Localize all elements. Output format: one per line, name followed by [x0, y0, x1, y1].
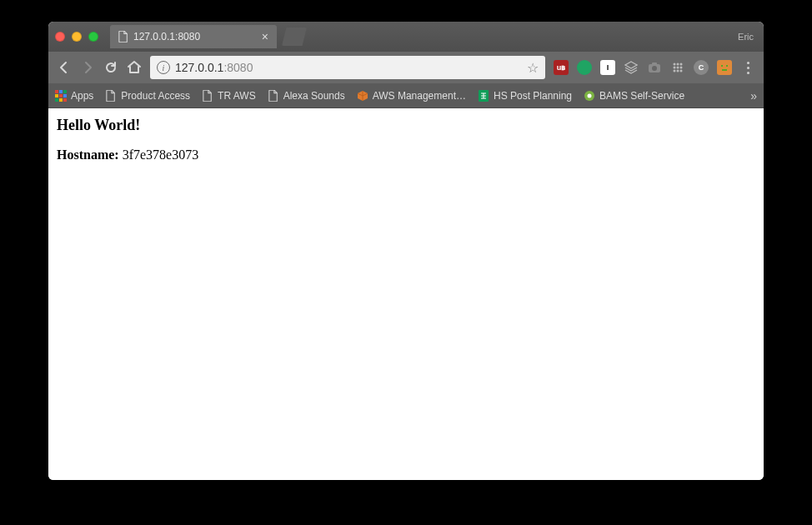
new-tab-button[interactable] — [282, 28, 307, 46]
tab-title: 127.0.0.1:8080 — [133, 31, 200, 42]
address-bar[interactable]: i 127.0.0.1:8080 ☆ — [150, 56, 545, 79]
extension-icons: uʙ I C — [554, 60, 732, 75]
svg-point-5 — [680, 63, 683, 66]
chrome-menu-button[interactable] — [740, 62, 755, 74]
extension-c-icon[interactable]: C — [694, 60, 709, 75]
svg-rect-23 — [63, 98, 67, 102]
bookmark-star-icon[interactable]: ☆ — [527, 60, 539, 76]
bams-icon — [584, 90, 595, 102]
extension-grid-icon[interactable] — [670, 60, 685, 75]
bookmark-apps[interactable]: Apps — [55, 90, 93, 102]
extension-ublock-icon[interactable]: uʙ — [554, 60, 569, 75]
bookmark-label: AWS Management… — [373, 90, 466, 102]
extension-stack-icon[interactable] — [624, 60, 639, 75]
page-heading: Hello World! — [57, 117, 755, 134]
bookmark-label: Product Access — [121, 90, 190, 102]
svg-point-3 — [674, 63, 676, 66]
bookmark-label: HS Post Planning — [494, 90, 572, 102]
svg-point-10 — [677, 70, 679, 72]
bookmark-label: BAMS Self-Service — [599, 90, 684, 102]
bookmark-alexa-sounds[interactable]: Alexa Sounds — [268, 90, 345, 102]
svg-rect-20 — [63, 94, 67, 98]
back-button[interactable] — [57, 60, 72, 75]
svg-rect-19 — [59, 94, 63, 98]
extension-camera-icon[interactable] — [647, 60, 662, 75]
doc-icon — [105, 90, 117, 102]
browser-window: 127.0.0.1:8080 × Eric i 127.0.0.1:8080 ☆… — [48, 22, 764, 480]
bookmark-tr-aws[interactable]: TR AWS — [202, 90, 256, 102]
page-content: Hello World! Hostname: 3f7e378e3073 — [48, 108, 764, 480]
extension-face-icon[interactable] — [717, 60, 732, 75]
svg-rect-13 — [726, 65, 728, 67]
titlebar: 127.0.0.1:8080 × Eric — [48, 22, 764, 52]
zoom-window-button[interactable] — [88, 32, 98, 42]
url-port: :8080 — [223, 61, 253, 74]
url-text: 127.0.0.1:8080 — [175, 61, 522, 74]
nav-toolbar: i 127.0.0.1:8080 ☆ uʙ I C — [48, 52, 764, 83]
bookmarks-overflow-button[interactable]: » — [750, 89, 757, 102]
svg-rect-21 — [55, 98, 58, 102]
extension-instapaper-icon[interactable]: I — [600, 60, 615, 75]
apps-icon — [55, 90, 67, 102]
svg-rect-18 — [55, 94, 58, 98]
bookmark-label: Alexa Sounds — [283, 90, 345, 102]
svg-point-4 — [677, 63, 679, 66]
bookmark-product-access[interactable]: Product Access — [105, 90, 190, 102]
extension-green-circle-icon[interactable] — [577, 60, 592, 75]
svg-rect-22 — [59, 98, 63, 102]
svg-rect-2 — [652, 62, 657, 65]
hostname-label: Hostname: — [57, 148, 119, 162]
close-tab-button[interactable]: × — [262, 30, 268, 43]
hostname-line: Hostname: 3f7e378e3073 — [57, 148, 755, 162]
bookmark-bams-self-service[interactable]: BAMS Self-Service — [584, 90, 684, 102]
svg-rect-14 — [722, 69, 727, 71]
svg-point-26 — [588, 93, 592, 98]
svg-point-8 — [680, 67, 683, 69]
svg-point-9 — [674, 70, 676, 72]
url-host: 127.0.0.1 — [175, 61, 223, 74]
profile-name[interactable]: Eric — [738, 32, 757, 42]
close-window-button[interactable] — [55, 32, 65, 42]
doc-icon — [202, 90, 213, 102]
bookmarks-bar: Apps Product Access TR AWS Alexa Sounds … — [48, 83, 764, 108]
page-icon — [118, 31, 128, 42]
svg-point-6 — [674, 67, 676, 69]
sheet-icon — [478, 90, 489, 102]
bookmark-aws-management[interactable]: AWS Management… — [357, 90, 466, 102]
site-info-icon[interactable]: i — [157, 61, 170, 74]
window-controls — [55, 32, 98, 42]
minimize-window-button[interactable] — [72, 32, 82, 42]
svg-point-1 — [652, 66, 657, 71]
svg-rect-12 — [721, 65, 723, 67]
bookmark-hs-post-planning[interactable]: HS Post Planning — [478, 90, 572, 102]
browser-tab[interactable]: 127.0.0.1:8080 × — [110, 25, 277, 48]
svg-rect-15 — [55, 90, 58, 93]
bookmark-label: TR AWS — [218, 90, 256, 102]
cube-icon — [357, 90, 368, 102]
hostname-value: 3f7e378e3073 — [123, 148, 199, 162]
forward-button[interactable] — [80, 60, 95, 75]
svg-rect-17 — [63, 90, 67, 93]
doc-icon — [268, 90, 279, 102]
svg-point-11 — [680, 70, 683, 72]
home-button[interactable] — [127, 60, 142, 75]
svg-rect-16 — [59, 90, 63, 93]
reload-button[interactable] — [103, 60, 118, 75]
bookmark-label: Apps — [71, 90, 93, 102]
svg-point-7 — [677, 67, 679, 69]
